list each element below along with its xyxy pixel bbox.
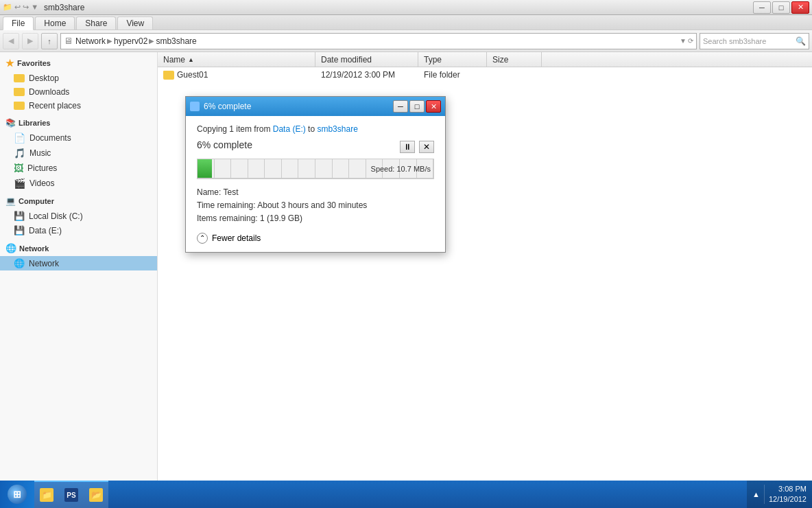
folder-icon: [163, 71, 174, 80]
network-section: 🌐 Network 🌐 Network: [0, 240, 157, 270]
forward-button[interactable]: ▶: [22, 33, 38, 49]
clock-date: 12/19/2012: [769, 494, 807, 505]
breadcrumb-smb3share[interactable]: smb3share: [156, 36, 196, 46]
network-icon: 🌐: [14, 258, 25, 268]
network-header[interactable]: 🌐 Network: [0, 240, 157, 256]
folder-icon: 📂: [89, 488, 103, 502]
doc-icon: 📄: [14, 132, 25, 143]
title-bar: 📁 ↩ ↪ ▼ smb3share ─ □ ✕: [0, 0, 812, 15]
address-bar[interactable]: 🖥 Network ▶ hyperv02 ▶ smb3share ▼ ⟳: [60, 33, 697, 49]
favorites-section: ★ Favorites Desktop Downloads Recent pla…: [0, 55, 157, 113]
dialog-title: 6% complete: [190, 102, 251, 111]
title-bar-buttons: ─ □ ✕: [753, 1, 809, 14]
fewer-details-button[interactable]: ⌃ Fewer details: [197, 233, 434, 244]
libraries-header[interactable]: 📚 Libraries: [0, 115, 157, 130]
computer-icon: 💻: [5, 196, 16, 206]
sidebar-item-recent[interactable]: Recent places: [0, 99, 157, 113]
search-box[interactable]: Search smb3share 🔍: [700, 33, 809, 49]
taskbar-clock[interactable]: 3:08 PM 12/19/2012: [769, 484, 807, 505]
search-placeholder: Search smb3share: [703, 37, 766, 45]
sidebar-item-downloads[interactable]: Downloads: [0, 85, 157, 99]
favorites-header[interactable]: ★ Favorites: [0, 55, 157, 71]
name-detail: Name: Test: [197, 186, 434, 199]
taskbar-app-folder2[interactable]: 📂: [84, 481, 108, 508]
computer-header[interactable]: 💻 Computer: [0, 194, 157, 209]
copying-text: Copying 1 item from Data (E:) to smb3sha…: [197, 124, 434, 134]
ribbon-tabs: File Home Share View: [0, 15, 812, 30]
breadcrumb: Network ▶ hyperv02 ▶ smb3share: [75, 36, 197, 46]
notification-area-arrow[interactable]: ▲: [752, 490, 760, 498]
taskbar-right: ▲ 3:08 PM 12/19/2012: [747, 481, 812, 508]
sidebar-item-pictures[interactable]: 🖼 Pictures: [0, 161, 157, 176]
pause-button[interactable]: ⏸: [400, 141, 415, 153]
sidebar-item-network[interactable]: 🌐 Network: [0, 256, 157, 270]
back-button[interactable]: ◀: [3, 33, 19, 49]
fewer-details-icon: ⌃: [197, 233, 208, 244]
start-button[interactable]: ⊞: [0, 481, 34, 508]
col-header-type[interactable]: Type: [418, 52, 487, 67]
file-name-cell: Guest01: [158, 70, 315, 80]
folder-icon: [14, 88, 25, 96]
video-icon: 🎬: [14, 178, 25, 189]
file-type-cell: File folder: [418, 70, 487, 80]
libraries-section: 📚 Libraries 📄 Documents 🎵 Music 🖼 Pictur…: [0, 115, 157, 191]
computer-section: 💻 Computer 💾 Local Disk (C:) 💾 Data (E:): [0, 194, 157, 238]
dialog-close-button[interactable]: ✕: [426, 100, 441, 113]
col-header-name[interactable]: Name ▲: [158, 52, 315, 67]
dialog-title-bar: 6% complete ─ □ ✕: [186, 97, 445, 116]
library-icon: 📚: [5, 118, 16, 128]
taskbar-app-powershell[interactable]: PS: [59, 481, 84, 508]
drive-icon: 💾: [14, 211, 25, 221]
tab-home[interactable]: Home: [35, 16, 75, 30]
breadcrumb-network[interactable]: Network: [75, 36, 106, 46]
breadcrumb-hyperv02[interactable]: hyperv02: [114, 36, 147, 46]
sidebar-item-local-disk[interactable]: 💾 Local Disk (C:): [0, 209, 157, 223]
dialog-maximize-button[interactable]: □: [409, 100, 425, 113]
clock-time: 3:08 PM: [769, 484, 807, 494]
dialog-content: Copying 1 item from Data (E:) to smb3sha…: [186, 116, 445, 252]
music-icon: 🎵: [14, 148, 25, 159]
address-expand: ▼ ⟳: [680, 37, 693, 45]
star-icon: ★: [5, 58, 14, 69]
sidebar-item-documents[interactable]: 📄 Documents: [0, 130, 157, 146]
folder-icon: [14, 102, 25, 110]
sidebar-item-videos[interactable]: 🎬 Videos: [0, 176, 157, 191]
dialog-controls: ⏸ ✕: [400, 141, 434, 153]
taskbar-left: ⊞ 📁 PS 📂: [0, 481, 108, 508]
quick-access-icons: 📁 ↩ ↪ ▼: [3, 3, 38, 12]
table-row[interactable]: Guest01 12/19/2012 3:00 PM File folder: [158, 67, 812, 82]
taskbar-divider: [764, 485, 765, 504]
taskbar: ⊞ 📁 PS 📂 ▲: [0, 481, 812, 508]
progress-bar-container: Speed: 10.7 MB/s: [197, 159, 434, 179]
close-button[interactable]: ✕: [791, 1, 809, 14]
to-link[interactable]: smb3share: [317, 124, 357, 134]
items-detail: Items remaining: 1 (19.9 GB): [197, 212, 434, 225]
col-header-date[interactable]: Date modified: [315, 52, 418, 67]
from-link[interactable]: Data (E:): [273, 124, 306, 134]
tab-file[interactable]: File: [3, 16, 34, 30]
copy-dialog: 6% complete ─ □ ✕ Copying 1 item from Da…: [185, 96, 446, 253]
sidebar-item-data-drive[interactable]: 💾 Data (E:): [0, 223, 157, 238]
pictures-icon: 🖼: [14, 163, 23, 174]
time-detail: Time remaining: About 3 hours and 30 min…: [197, 199, 434, 212]
taskbar-app-explorer[interactable]: 📁: [34, 481, 59, 508]
tab-share[interactable]: Share: [76, 16, 116, 30]
explorer-icon: 📁: [40, 488, 53, 502]
toolbar: ◀ ▶ ↑ 🖥 Network ▶ hyperv02 ▶ smb3share ▼…: [0, 30, 812, 52]
sidebar-item-music[interactable]: 🎵 Music: [0, 146, 157, 161]
sidebar-item-desktop[interactable]: Desktop: [0, 71, 157, 85]
dialog-details: Name: Test Time remaining: About 3 hours…: [197, 186, 434, 226]
drive-icon: 💾: [14, 225, 25, 235]
dialog-minimize-button[interactable]: ─: [393, 100, 408, 113]
cancel-button[interactable]: ✕: [419, 141, 434, 153]
maximize-button[interactable]: □: [772, 1, 790, 14]
start-orb: ⊞: [8, 485, 27, 504]
up-button[interactable]: ↑: [41, 33, 58, 49]
column-headers: Name ▲ Date modified Type Size: [158, 52, 812, 67]
tab-view[interactable]: View: [117, 16, 153, 30]
search-icon: 🔍: [796, 36, 806, 46]
dialog-percent: 6% complete: [197, 139, 252, 150]
refresh-icon[interactable]: ⟳: [688, 37, 693, 45]
col-header-size[interactable]: Size: [487, 52, 542, 67]
minimize-button[interactable]: ─: [753, 1, 771, 14]
